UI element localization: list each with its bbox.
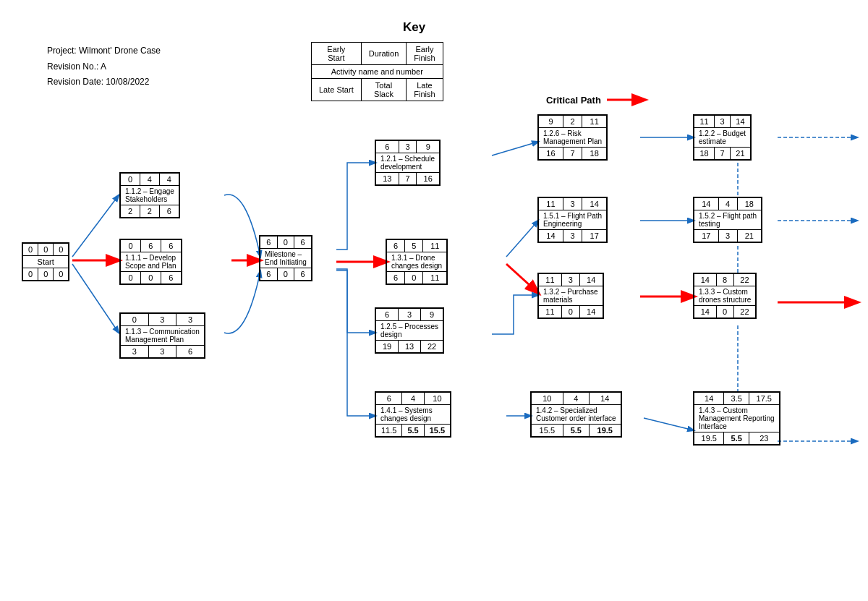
node-121: 6 3 9 1.2.1 – Scheduledevelopment 13 7 1…	[375, 140, 441, 186]
project-name: Project: Wilmont' Drone Case	[47, 43, 161, 59]
node-125: 6 3 9 1.2.5 – Processesdesign 19 13 22	[375, 307, 444, 354]
svg-line-13	[644, 418, 694, 430]
key-title: Key	[311, 20, 517, 35]
milestone-node: 6 0 6 Milestone –End Initiating 6 0 6	[259, 235, 312, 281]
revision-no: Revision No.: A	[47, 59, 161, 75]
revision-date: Revision Date: 10/08/2022	[47, 74, 161, 90]
svg-line-1	[72, 195, 119, 257]
node-132: 11 3 14 1.3.2 – Purchasematerials 11 0 1…	[537, 273, 604, 319]
key-box: EarlyStart Duration EarlyFinish Activity…	[311, 42, 443, 101]
svg-line-8	[506, 264, 538, 293]
svg-line-7	[506, 221, 538, 257]
svg-line-3	[72, 264, 119, 333]
node-141: 6 4 10 1.4.1 – Systemschanges design 11.…	[375, 391, 451, 438]
node-133: 14 8 22 1.3.3 – Customdrones structure 1…	[693, 273, 757, 319]
node-113: 0 3 3 1.1.3 – CommunicationManagement Pl…	[119, 312, 205, 359]
node-112: 0 4 4 1.1.2 – EngageStakeholders 2 2 6	[119, 172, 180, 218]
node-111: 0 6 6 1.1.1 – DevelopScope and Plan 0 0 …	[119, 239, 182, 285]
critical-path-label: Critical Path	[546, 93, 650, 107]
svg-line-6	[492, 142, 538, 155]
node-131: 6 5 11 1.3.1 – Dronechanges design 6 0 1…	[386, 239, 448, 285]
project-info: Project: Wilmont' Drone Case Revision No…	[47, 43, 161, 90]
node-143: 14 3.5 17.5 1.4.3 – CustomManagement Rep…	[693, 391, 780, 446]
node-122: 11 3 14 1.2.2 – Budgetestimate 18 7 21	[693, 114, 752, 161]
node-152: 14 4 18 1.5.2 – Flight pathtesting 17 3 …	[693, 197, 762, 243]
node-142: 10 4 14 1.4.2 – SpecializedCustomer orde…	[530, 391, 622, 438]
node-126: 9 2 11 1.2.6 – RiskManagement Plan 16 7 …	[537, 114, 608, 161]
node-151: 11 3 14 1.5.1 – Flight PathEngineering 1…	[537, 197, 608, 243]
start-node: 0 0 0 Start 0 0 0	[22, 242, 69, 281]
